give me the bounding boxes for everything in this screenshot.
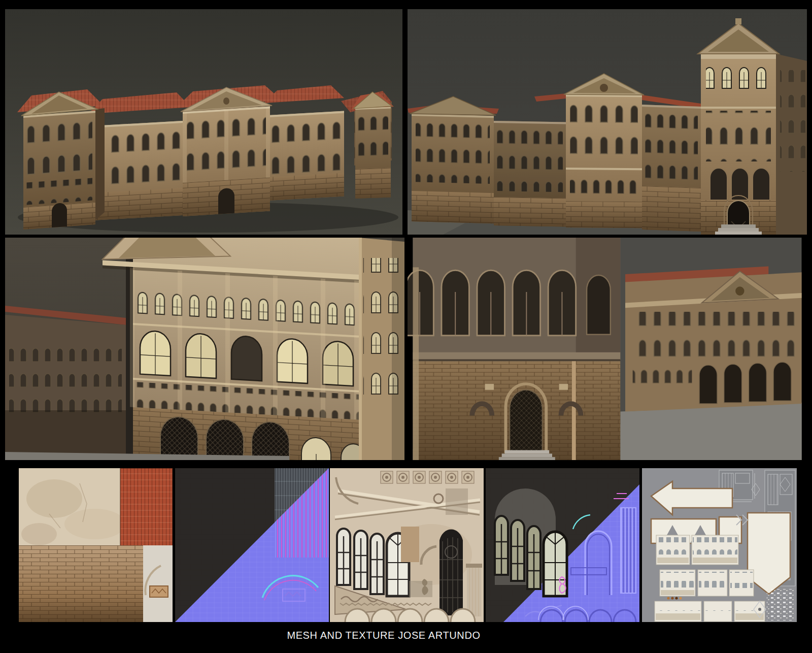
wing-left	[494, 121, 566, 226]
diffuse-details-illustration	[330, 468, 484, 622]
credit-caption: MESH AND TEXTURE JOSE ARTUNDO	[0, 630, 767, 641]
facade-render-illustration	[5, 238, 404, 460]
right-corner-block	[359, 238, 404, 460]
wing-d	[268, 111, 344, 201]
background-facade	[625, 266, 801, 411]
wing-b	[92, 121, 187, 220]
main-facade	[103, 238, 366, 460]
fluted-pilaster	[466, 564, 482, 616]
texture-tile-diffuse-wall	[19, 468, 173, 622]
render-panel-facade-dusk	[5, 238, 404, 460]
render-panel-corner	[408, 238, 807, 460]
aerial-render-illustration	[5, 9, 402, 235]
render-panel-aerial	[5, 9, 402, 235]
ground-far	[620, 403, 801, 460]
normal-wall-illustration	[175, 468, 329, 622]
texture-tile-atlas-uv	[642, 468, 797, 622]
texture-tile-normal-wall	[175, 468, 329, 622]
wing-right	[642, 105, 701, 232]
foreground-pavilion	[408, 238, 620, 460]
right-end-pavilion	[351, 92, 394, 199]
background-wing	[5, 306, 126, 460]
tan-patch	[401, 527, 419, 562]
render-panel-street	[408, 9, 807, 235]
plaster-corner-region	[143, 545, 173, 622]
stone-block-region	[19, 545, 143, 622]
center-pavilion	[177, 85, 282, 216]
street-render-illustration	[408, 9, 807, 235]
corner-render-illustration	[408, 238, 807, 460]
portfolio-sheet: MESH AND TEXTURE JOSE ARTUNDO	[0, 0, 812, 653]
texture-tile-diffuse-details	[330, 468, 484, 622]
iron-gate	[439, 530, 463, 615]
baluster-piece	[409, 579, 432, 597]
roof-tile-region	[120, 468, 173, 546]
diffuse-wall-illustration	[19, 468, 173, 622]
normal-details-illustration	[486, 468, 639, 622]
atlas-uv-illustration	[642, 468, 797, 622]
texture-tile-normal-details	[486, 468, 639, 622]
